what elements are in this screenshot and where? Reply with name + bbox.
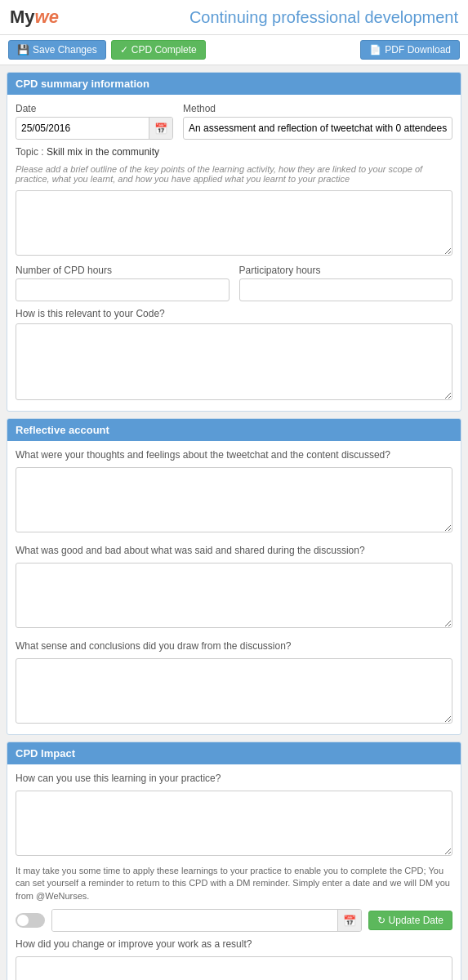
- reminder-text: It may take you some time to apply these…: [16, 865, 452, 902]
- refresh-icon: ↻: [377, 915, 386, 926]
- reminder-toggle[interactable]: [16, 913, 45, 928]
- topic-value: Skill mix in the community: [47, 146, 159, 158]
- logo: Mywe: [10, 7, 59, 28]
- reminder-row: 📅 ↻ Update Date: [16, 909, 452, 932]
- reflective-q2-textarea[interactable]: [16, 563, 452, 628]
- method-input[interactable]: [183, 117, 452, 140]
- reflection-hint: Please add a brief outline of the key po…: [16, 164, 452, 184]
- update-date-label: Update Date: [389, 915, 443, 926]
- reflective-q1-textarea[interactable]: [16, 467, 452, 532]
- reflective-account-header: Reflective account: [7, 419, 461, 441]
- participatory-hours-label: Participatory hours: [239, 265, 453, 276]
- hours-row: Number of CPD hours Participatory hours: [16, 265, 452, 301]
- reflective-q1-label: What were your thoughts and feelings abo…: [16, 449, 452, 461]
- logo-my-text: My: [10, 7, 35, 27]
- participatory-hours-group: Participatory hours: [239, 265, 453, 301]
- pdf-icon: 📄: [369, 44, 381, 56]
- reflection-textarea[interactable]: [16, 190, 452, 256]
- check-icon: ✓: [120, 44, 128, 56]
- cpd-hours-label: Number of CPD hours: [16, 265, 230, 276]
- reflective-account-section: Reflective account What were your though…: [7, 418, 461, 735]
- reminder-date-input[interactable]: [52, 910, 337, 931]
- toolbar-left: 💾 Save Changes ✓ CPD Complete: [8, 40, 206, 60]
- participatory-hours-input[interactable]: [239, 278, 453, 301]
- cpd-hours-input[interactable]: [16, 278, 230, 301]
- save-icon: 💾: [17, 44, 29, 56]
- update-date-button[interactable]: ↻ Update Date: [368, 911, 452, 930]
- reflective-account-body: What were your thoughts and feelings abo…: [7, 441, 461, 734]
- date-group: Date 📅: [16, 103, 173, 140]
- reminder-date-wrapper[interactable]: 📅: [51, 909, 362, 932]
- code-textarea[interactable]: [16, 323, 452, 400]
- code-label: How is this relevant to your Code?: [16, 308, 452, 319]
- cpd-summary-header: CPD summary information: [7, 73, 461, 95]
- impact-q1-textarea[interactable]: [16, 791, 452, 856]
- cpd-impact-header: CPD Impact: [7, 742, 461, 764]
- date-label: Date: [16, 103, 173, 114]
- impact-q2-textarea[interactable]: [16, 956, 452, 980]
- reflective-q3-label: What sense and conclusions did you draw …: [16, 640, 452, 652]
- reflective-q3-textarea[interactable]: [16, 658, 452, 724]
- cpd-complete-button[interactable]: ✓ CPD Complete: [111, 40, 206, 60]
- cpd-label: CPD Complete: [131, 44, 197, 56]
- cpd-impact-body: How can you use this learning in your pr…: [7, 764, 461, 980]
- page-title: Continuing professional development: [59, 8, 458, 27]
- impact-q2-label: How did you change or improve your work …: [16, 938, 452, 950]
- save-changes-button[interactable]: 💾 Save Changes: [8, 40, 106, 60]
- method-label: Method: [183, 103, 452, 114]
- logo-we-text: we: [35, 7, 59, 27]
- cpd-summary-body: Date 📅 Method Topic : Skill mix in the c…: [7, 95, 461, 411]
- topic-prefix: Topic :: [16, 146, 44, 158]
- reminder-calendar-icon[interactable]: 📅: [337, 910, 361, 931]
- reflective-q2-label: What was good and bad about what was sai…: [16, 545, 452, 556]
- toolbar: 💾 Save Changes ✓ CPD Complete 📄 PDF Down…: [0, 35, 468, 65]
- date-input[interactable]: [16, 118, 149, 139]
- date-method-row: Date 📅 Method: [16, 103, 452, 140]
- date-input-wrapper[interactable]: 📅: [16, 117, 173, 140]
- pdf-label: PDF Download: [385, 44, 451, 56]
- cpd-hours-group: Number of CPD hours: [16, 265, 230, 301]
- save-label: Save Changes: [33, 44, 97, 56]
- pdf-download-button[interactable]: 📄 PDF Download: [360, 40, 460, 60]
- method-group: Method: [183, 103, 452, 140]
- reminder-slider: [16, 913, 45, 928]
- cpd-summary-section: CPD summary information Date 📅 Method To…: [7, 72, 461, 412]
- impact-q1-label: How can you use this learning in your pr…: [16, 773, 452, 784]
- header: Mywe Continuing professional development: [0, 0, 468, 35]
- calendar-icon[interactable]: 📅: [149, 118, 172, 139]
- topic-line: Topic : Skill mix in the community: [16, 146, 452, 158]
- cpd-impact-section: CPD Impact How can you use this learning…: [7, 742, 461, 980]
